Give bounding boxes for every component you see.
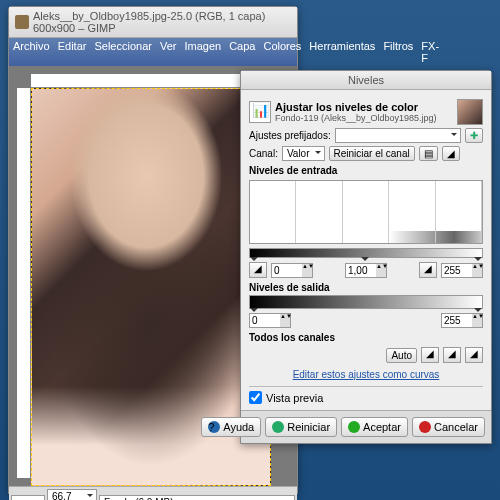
levels-titlebar[interactable]: Niveles xyxy=(241,71,491,90)
preset-add-icon[interactable]: ✚ xyxy=(465,128,483,143)
ok-button[interactable]: Aceptar xyxy=(341,417,408,437)
preview-checkbox[interactable]: Vista previa xyxy=(249,391,483,404)
menu-seleccionar[interactable]: Seleccionar xyxy=(94,40,151,64)
menu-ver[interactable]: Ver xyxy=(160,40,177,64)
menubar: Archivo Editar Seleccionar Ver Imagen Ca… xyxy=(9,38,297,66)
menu-filtros[interactable]: Filtros xyxy=(383,40,413,64)
menu-fxf[interactable]: FX-F xyxy=(421,40,439,64)
menu-herramientas[interactable]: Herramientas xyxy=(309,40,375,64)
help-button[interactable]: ?Ayuda xyxy=(201,417,261,437)
levels-thumbnail xyxy=(457,99,483,125)
pick-black-icon[interactable]: ◢ xyxy=(421,347,439,363)
main-titlebar[interactable]: Aleks__by_Oldboy1985.jpg-25.0 (RGB, 1 ca… xyxy=(9,7,297,38)
input-slider[interactable] xyxy=(249,248,483,258)
pick-white-icon[interactable]: ◢ xyxy=(465,347,483,363)
channel-select[interactable]: Valor xyxy=(282,146,325,161)
auto-button[interactable]: Auto xyxy=(386,348,417,363)
zoom-select[interactable]: 66,7 % xyxy=(47,489,97,500)
cancel-button[interactable]: Cancelar xyxy=(412,417,485,437)
main-title: Aleks__by_Oldboy1985.jpg-25.0 (RGB, 1 ca… xyxy=(33,10,291,34)
edit-as-curves-link[interactable]: Editar estos ajustes como curvas xyxy=(249,369,483,380)
menu-editar[interactable]: Editar xyxy=(58,40,87,64)
pick-gray-icon[interactable]: ◢ xyxy=(443,347,461,363)
input-low-spinner[interactable]: ▲▼ xyxy=(271,263,313,278)
app-icon xyxy=(15,15,29,29)
histogram[interactable] xyxy=(249,180,483,244)
presets-label: Ajustes prefijados: xyxy=(249,130,331,141)
levels-dialog: Niveles 📊 Ajustar los niveles de color F… xyxy=(240,70,492,444)
units-select[interactable]: px xyxy=(11,495,45,501)
histogram-linear-icon[interactable]: ▤ xyxy=(419,146,438,161)
menu-imagen[interactable]: Imagen xyxy=(184,40,221,64)
presets-select[interactable] xyxy=(335,128,461,143)
statusbar: px 66,7 % Fondo (6,0 MB) xyxy=(9,486,297,500)
reset-channel-button[interactable]: Reiniciar el canal xyxy=(329,146,415,161)
levels-heading: Ajustar los niveles de color xyxy=(275,101,453,113)
all-channels-label: Todos los canales xyxy=(249,332,483,343)
levels-title: Niveles xyxy=(247,74,485,86)
menu-capa[interactable]: Capa xyxy=(229,40,255,64)
levels-icon: 📊 xyxy=(249,101,271,123)
input-levels-label: Niveles de entrada xyxy=(249,165,483,176)
reset-button[interactable]: Reiniciar xyxy=(265,417,337,437)
menu-colores[interactable]: Colores xyxy=(263,40,301,64)
dialog-buttons: ?Ayuda Reiniciar Aceptar Cancelar xyxy=(241,410,491,443)
menu-archivo[interactable]: Archivo xyxy=(13,40,50,64)
output-levels-label: Niveles de salida xyxy=(249,282,483,293)
ruler-vertical[interactable] xyxy=(17,88,31,478)
levels-sub: Fondo-119 (Aleks__by_Oldboy1985.jpg) xyxy=(275,113,453,123)
channel-label: Canal: xyxy=(249,148,278,159)
output-slider[interactable] xyxy=(249,295,483,309)
layer-info: Fondo (6,0 MB) xyxy=(99,495,295,501)
histogram-log-icon[interactable]: ◢ xyxy=(442,146,460,161)
white-point-picker-icon[interactable]: ◢ xyxy=(419,262,437,278)
